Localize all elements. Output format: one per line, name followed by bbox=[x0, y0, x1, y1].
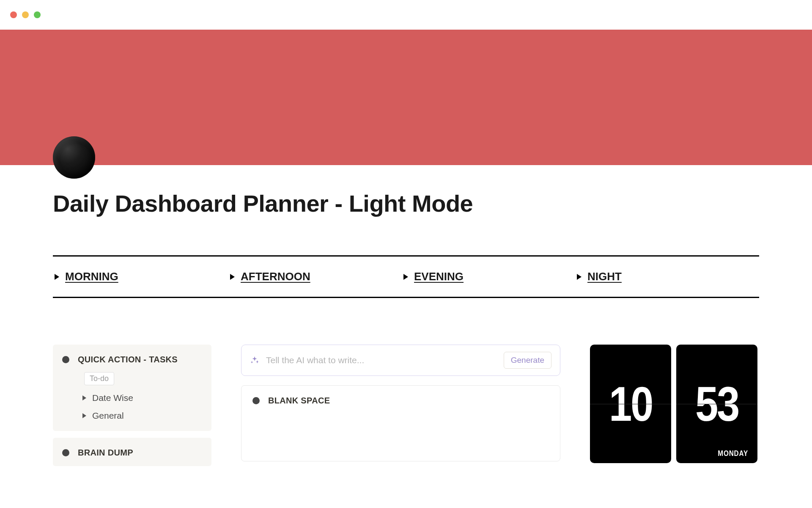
flip-clock-hour: 10 bbox=[590, 345, 671, 463]
toggle-evening[interactable]: EVENING bbox=[402, 270, 575, 283]
brain-dump-title: BRAIN DUMP bbox=[78, 448, 133, 458]
clock-hour-value: 10 bbox=[609, 376, 652, 432]
center-column: Generate BLANK SPACE bbox=[241, 345, 560, 466]
toggle-label: MORNING bbox=[65, 270, 118, 283]
blank-space-card[interactable]: BLANK SPACE bbox=[241, 385, 560, 461]
maximize-window-button[interactable] bbox=[34, 11, 41, 18]
bullet-icon bbox=[62, 356, 69, 363]
sidebar-item-general[interactable]: General bbox=[82, 411, 202, 421]
bullet-icon bbox=[62, 449, 69, 456]
clock-day-label: MONDAY bbox=[718, 449, 748, 458]
brain-dump-header[interactable]: BRAIN DUMP bbox=[62, 448, 202, 458]
sidebar-item-label: General bbox=[92, 411, 124, 421]
divider-bottom bbox=[53, 297, 759, 298]
clock-minute-value: 53 bbox=[695, 376, 738, 432]
toggle-afternoon[interactable]: AFTERNOON bbox=[228, 270, 402, 283]
triangle-right-icon bbox=[82, 395, 86, 400]
quick-action-header[interactable]: QUICK ACTION - TASKS bbox=[62, 355, 202, 364]
quick-action-title: QUICK ACTION - TASKS bbox=[78, 355, 178, 364]
bullet-icon bbox=[252, 397, 260, 404]
toggle-label: EVENING bbox=[414, 270, 464, 283]
triangle-right-icon bbox=[403, 274, 408, 280]
toggle-label: AFTERNOON bbox=[241, 270, 310, 283]
page-title[interactable]: Daily Dashboard Planner - Light Mode bbox=[53, 165, 759, 217]
right-column: 10 53 MONDAY bbox=[590, 345, 759, 466]
flip-clock-widget: 10 53 MONDAY bbox=[590, 345, 759, 463]
flip-clock-minute: 53 MONDAY bbox=[676, 345, 757, 463]
toggle-night[interactable]: NIGHT bbox=[575, 270, 759, 283]
toggle-label: NIGHT bbox=[587, 270, 622, 283]
left-sidebar-column: QUICK ACTION - TASKS To-do Date Wise Gen… bbox=[53, 345, 211, 466]
generate-button[interactable]: Generate bbox=[504, 352, 551, 369]
sidebar-item-label: Date Wise bbox=[92, 393, 133, 403]
triangle-right-icon bbox=[230, 274, 235, 280]
triangle-right-icon bbox=[82, 413, 86, 418]
todo-view-chip[interactable]: To-do bbox=[84, 372, 114, 385]
minimize-window-button[interactable] bbox=[22, 11, 29, 18]
ai-prompt-input[interactable] bbox=[266, 355, 497, 365]
triangle-right-icon bbox=[577, 274, 582, 280]
close-window-button[interactable] bbox=[10, 11, 17, 18]
page-icon[interactable] bbox=[53, 136, 95, 179]
cover-image[interactable] bbox=[0, 30, 812, 165]
brain-dump-card: BRAIN DUMP bbox=[53, 438, 211, 466]
blank-space-title: BLANK SPACE bbox=[268, 396, 330, 406]
window-traffic-lights bbox=[0, 0, 812, 30]
sparkle-icon bbox=[250, 356, 259, 365]
toggle-morning[interactable]: MORNING bbox=[53, 270, 228, 283]
ai-prompt-bar[interactable]: Generate bbox=[241, 345, 560, 376]
sidebar-item-date-wise[interactable]: Date Wise bbox=[82, 393, 202, 403]
triangle-right-icon bbox=[55, 274, 59, 280]
time-block-row: MORNING AFTERNOON EVENING NIGHT bbox=[53, 257, 759, 297]
quick-action-card: QUICK ACTION - TASKS To-do Date Wise Gen… bbox=[53, 345, 211, 431]
